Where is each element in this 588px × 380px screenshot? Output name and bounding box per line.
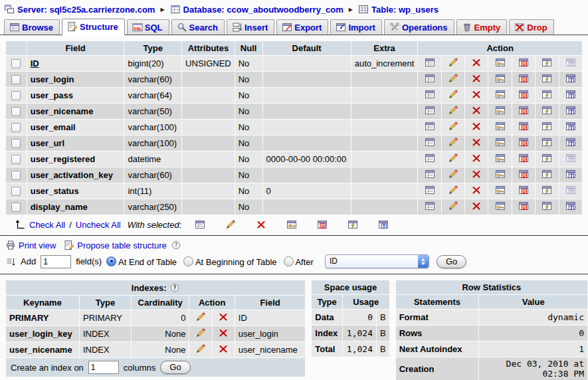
change-icon[interactable] [448, 73, 458, 84]
breadcrumb-database-link[interactable]: Database: ccow_aboutwoodberry_com [170, 4, 343, 15]
tab-empty[interactable]: Empty [456, 19, 508, 35]
tab-sql[interactable]: SQLSQL [127, 19, 169, 35]
fulltext-icon[interactable]: T [565, 73, 576, 84]
tab-browse[interactable]: Browse [4, 19, 60, 35]
help-icon[interactable]: ? [169, 282, 180, 293]
unique-icon[interactable]: U [518, 137, 529, 147]
row-checkbox[interactable] [11, 75, 21, 84]
unique-icon[interactable]: U [518, 105, 529, 116]
primary-icon[interactable] [495, 137, 506, 147]
change-icon[interactable] [448, 169, 458, 179]
tab-drop[interactable]: Drop [509, 19, 553, 35]
add-field-count-input[interactable] [41, 255, 71, 268]
fulltext-icon[interactable]: T [565, 121, 576, 132]
primary-icon[interactable] [495, 153, 506, 163]
tab-search[interactable]: Search [171, 19, 225, 35]
drop-x-icon[interactable] [471, 105, 482, 116]
browse-icon[interactable] [425, 185, 435, 195]
drop-x-icon[interactable] [471, 153, 482, 163]
breadcrumb-table-link[interactable]: Table: wp_users [358, 4, 439, 15]
change-icon[interactable] [448, 137, 458, 147]
row-checkbox[interactable] [11, 203, 21, 212]
primary-icon[interactable] [495, 89, 506, 100]
primary-icon[interactable] [495, 121, 506, 132]
browse-icon[interactable] [425, 201, 435, 211]
row-checkbox[interactable] [11, 59, 21, 68]
drop-x-icon[interactable] [471, 57, 482, 68]
primary-icon[interactable] [495, 105, 506, 116]
change-icon[interactable] [448, 185, 458, 195]
change-icon[interactable] [195, 312, 206, 322]
fulltext-icon[interactable]: T [565, 137, 576, 147]
tab-export[interactable]: Export [276, 19, 328, 35]
primary-icon[interactable] [495, 57, 506, 68]
create-index-count-input[interactable] [88, 361, 119, 374]
drop-x-icon[interactable] [471, 169, 482, 179]
drop-x-icon[interactable] [471, 73, 482, 84]
index-icon[interactable] [541, 121, 552, 132]
tab-operations[interactable]: Operations [384, 19, 454, 35]
help-icon[interactable]: ? [171, 240, 181, 250]
index-icon[interactable] [541, 201, 552, 211]
change-icon[interactable] [448, 57, 458, 68]
after-field-select[interactable]: ID [325, 254, 429, 268]
change-icon[interactable] [448, 153, 458, 163]
primary-icon[interactable] [495, 169, 506, 179]
print-view-link[interactable]: Print view [5, 240, 56, 250]
change-icon[interactable] [448, 105, 458, 116]
unique-icon[interactable]: U [518, 121, 529, 132]
browse-icon[interactable] [425, 57, 435, 68]
index-icon[interactable] [541, 185, 552, 195]
uncheck-all-link[interactable]: Uncheck All [76, 220, 121, 230]
primary-icon[interactable] [495, 201, 506, 211]
drop-x-icon[interactable] [218, 312, 229, 322]
index-icon[interactable] [541, 73, 552, 84]
index-icon[interactable] [541, 137, 552, 147]
check-all-link[interactable]: Check All [29, 220, 65, 230]
index-icon[interactable] [541, 169, 552, 179]
browse-icon[interactable] [425, 105, 435, 116]
drop-x-icon[interactable] [471, 121, 482, 132]
row-checkbox[interactable] [11, 171, 21, 180]
row-checkbox[interactable] [11, 91, 21, 100]
tab-import[interactable]: Import [330, 19, 381, 35]
fulltext-icon[interactable]: T [565, 89, 576, 100]
browse-icon[interactable] [195, 219, 205, 230]
drop-x-icon[interactable] [218, 328, 229, 338]
drop-x-icon[interactable] [471, 89, 482, 100]
drop-x-icon[interactable] [218, 343, 229, 354]
add-field-go-button[interactable]: Go [437, 255, 466, 268]
browse-icon[interactable] [425, 169, 435, 179]
drop-x-icon[interactable] [256, 219, 266, 230]
unique-icon[interactable]: U [317, 219, 328, 230]
primary-icon[interactable] [286, 219, 297, 230]
row-checkbox[interactable] [11, 139, 21, 148]
browse-icon[interactable] [425, 73, 435, 84]
unique-icon[interactable]: U [518, 89, 529, 100]
index-icon[interactable] [541, 89, 552, 100]
fulltext-icon[interactable]: T [378, 219, 389, 230]
propose-structure-link[interactable]: Propose table structure [64, 240, 166, 250]
change-icon[interactable] [225, 219, 236, 230]
row-checkbox[interactable] [11, 187, 21, 196]
primary-icon[interactable] [495, 73, 506, 84]
drop-x-icon[interactable] [471, 185, 482, 195]
index-icon[interactable] [541, 57, 552, 68]
change-icon[interactable] [448, 201, 458, 211]
browse-icon[interactable] [425, 121, 435, 132]
index-icon[interactable] [541, 153, 552, 163]
primary-icon[interactable] [495, 185, 506, 195]
create-index-go-button[interactable]: Go [160, 361, 190, 374]
unique-icon[interactable]: U [518, 169, 529, 179]
row-checkbox[interactable] [11, 123, 21, 132]
unique-icon[interactable]: U [518, 185, 529, 195]
row-checkbox[interactable] [11, 107, 21, 116]
change-icon[interactable] [195, 328, 206, 338]
browse-icon[interactable] [425, 137, 435, 147]
drop-x-icon[interactable] [471, 137, 482, 147]
radio-at-end-of-table[interactable] [106, 256, 116, 266]
unique-icon[interactable]: U [518, 153, 529, 163]
index-icon[interactable] [541, 105, 552, 116]
browse-icon[interactable] [425, 153, 435, 163]
change-icon[interactable] [448, 89, 458, 100]
